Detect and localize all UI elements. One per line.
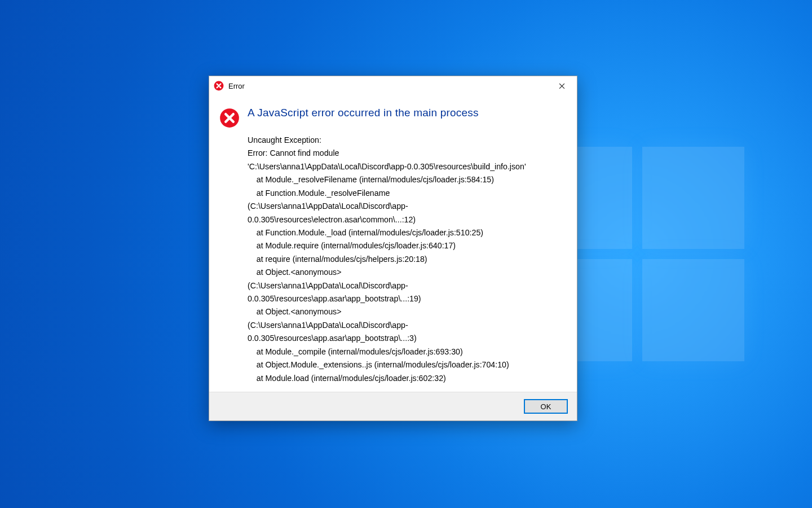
error-icon xyxy=(214,81,224,91)
windows-logo-pane xyxy=(642,147,744,249)
dialog-footer: OK xyxy=(209,392,577,421)
titlebar-title: Error xyxy=(228,82,550,90)
dialog-message: Uncaught Exception: Error: Cannot find m… xyxy=(248,134,567,385)
error-icon xyxy=(219,108,240,128)
error-dialog: Error A JavaScript error occurred in the… xyxy=(209,76,577,421)
titlebar[interactable]: Error xyxy=(209,76,577,95)
dialog-body: A JavaScript error occurred in the main … xyxy=(209,95,577,392)
close-button[interactable] xyxy=(550,78,573,94)
windows-logo-pane xyxy=(642,259,744,361)
dialog-content: A JavaScript error occurred in the main … xyxy=(248,107,567,385)
ok-button[interactable]: OK xyxy=(524,399,568,414)
dialog-heading: A JavaScript error occurred in the main … xyxy=(248,107,567,119)
